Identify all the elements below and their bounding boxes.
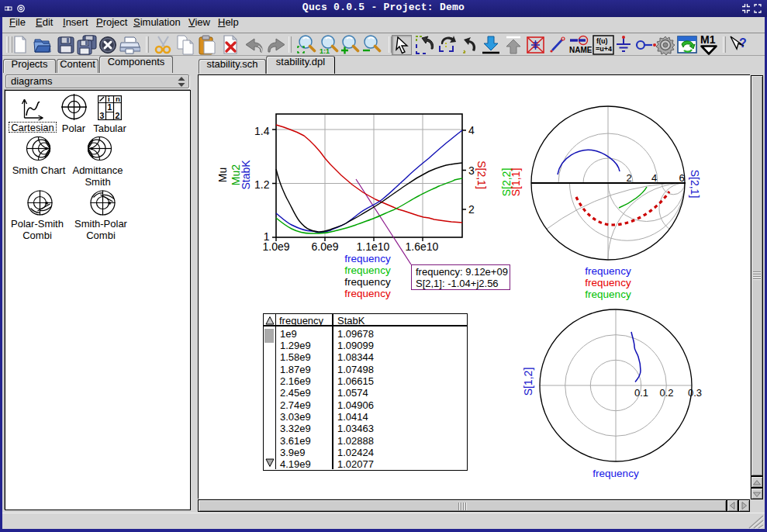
svg-text:0.1: 0.1 <box>634 387 648 399</box>
svg-text:1.1e10: 1.1e10 <box>357 240 390 253</box>
svg-text:frequency: frequency <box>585 288 631 300</box>
svg-text:2: 2 <box>626 172 631 184</box>
svg-text:n: n <box>116 95 120 103</box>
svg-text:2: 2 <box>468 203 475 216</box>
svg-text:0.3: 0.3 <box>688 387 702 399</box>
svg-text:2: 2 <box>116 111 120 120</box>
svg-text:Mu: Mu <box>216 168 229 182</box>
svg-text:S[2,1]: S[2,1] <box>689 170 701 199</box>
svg-text:3: 3 <box>100 111 105 120</box>
svg-text:S[1,2]: S[1,2] <box>522 368 534 396</box>
svg-text:S[1,1]: S[1,1] <box>510 168 522 197</box>
svg-text:frequency: frequency <box>344 264 391 276</box>
svg-text:frequency: frequency <box>585 265 631 277</box>
svg-text:S[2,1]: -1.04+j2.56: S[2,1]: -1.04+j2.56 <box>416 278 499 289</box>
svg-text:1.2: 1.2 <box>254 178 270 191</box>
svg-text:0.2: 0.2 <box>659 387 673 399</box>
svg-text:NAME: NAME <box>569 46 592 54</box>
svg-text:1.4: 1.4 <box>254 125 270 137</box>
svg-text:M1: M1 <box>700 34 716 46</box>
svg-text:frequency: frequency <box>344 253 391 264</box>
svg-text:4: 4 <box>468 124 475 136</box>
svg-text:f(u): f(u) <box>596 37 608 45</box>
svg-text:S[2,1]: S[2,1] <box>475 161 488 189</box>
svg-text:4: 4 <box>651 172 657 184</box>
svg-text:frequency: frequency <box>585 277 631 288</box>
svg-text:?: ? <box>739 36 747 50</box>
svg-text:1.6e10: 1.6e10 <box>406 240 439 253</box>
svg-text:frequency: frequency <box>593 468 639 479</box>
svg-text:6.0e9: 6.0e9 <box>311 240 338 253</box>
svg-text:3: 3 <box>468 164 475 177</box>
svg-text:StabK: StabK <box>240 160 252 190</box>
svg-text:frequency: frequency <box>344 276 391 288</box>
svg-text:frequency: frequency <box>344 288 391 299</box>
svg-text:1: 1 <box>108 102 112 112</box>
svg-text:6: 6 <box>679 172 684 184</box>
svg-text:frequency: 9.12e+09: frequency: 9.12e+09 <box>416 266 508 278</box>
svg-text:=u+4: =u+4 <box>596 45 612 53</box>
svg-text:1.0e9: 1.0e9 <box>262 240 289 253</box>
svg-text:1:1: 1:1 <box>320 47 330 55</box>
